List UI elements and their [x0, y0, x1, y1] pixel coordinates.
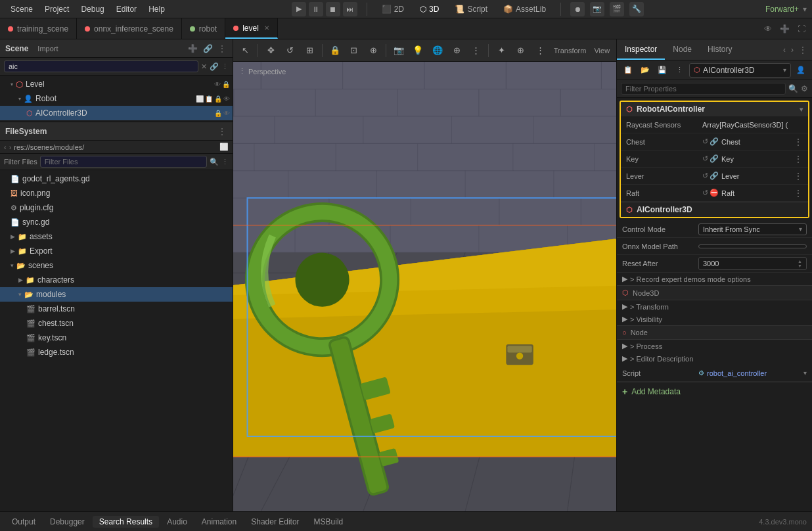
vp-options-icon[interactable]: ⋮: [468, 42, 484, 59]
menu-project[interactable]: Project: [39, 3, 74, 15]
mode-assetlib[interactable]: 📦 AssetLib: [498, 3, 551, 15]
prop-menu-icon[interactable]: ⋮: [794, 137, 803, 147]
fs-filter-options-icon[interactable]: ⋮: [221, 158, 229, 166]
robot-box-icon[interactable]: ⬜: [196, 95, 204, 103]
settings-button[interactable]: 🔧: [629, 2, 644, 16]
scene-menu-icon[interactable]: ⋮: [217, 43, 227, 55]
bottom-tab-msbuild[interactable]: MSBuild: [307, 516, 350, 528]
movie-button[interactable]: 🎬: [610, 2, 624, 16]
fs-item-icon-png[interactable]: 🖼 icon.png: [0, 186, 233, 200]
insp-open-icon[interactable]: 📂: [638, 63, 652, 78]
robot-eye-icon[interactable]: 👁: [223, 95, 230, 103]
robot-copy-icon[interactable]: 📋: [205, 95, 213, 103]
bottom-tab-debugger[interactable]: Debugger: [43, 516, 91, 528]
tree-item-robot[interactable]: ▾ 👤 Robot ⬜ 📋 🔒 👁: [0, 91, 233, 106]
renderer-dropdown-icon[interactable]: ▾: [803, 5, 807, 14]
scene-link-icon[interactable]: 🔗: [202, 43, 214, 55]
scene-search-clear-icon[interactable]: ✕: [201, 62, 207, 71]
node-selector[interactable]: ⬡ AIController3D ▾: [689, 63, 791, 78]
step-button[interactable]: ⏭: [343, 2, 357, 16]
scene-add-icon[interactable]: ➕: [187, 43, 199, 55]
prop-record-expert[interactable]: ▶ > Record expert demos mode options: [617, 273, 812, 285]
bottom-tab-output[interactable]: Output: [5, 516, 42, 528]
menu-editor[interactable]: Editor: [111, 3, 142, 15]
fs-item-modules[interactable]: ▾ 📂 modules: [0, 287, 233, 302]
vp-lock-icon[interactable]: 🔒: [327, 42, 343, 59]
play-button[interactable]: ▶: [292, 2, 306, 16]
viewport-canvas[interactable]: Y X Z ⋮ Perspective: [233, 62, 616, 511]
menu-debug[interactable]: Debug: [76, 3, 109, 15]
prop-reset-icon[interactable]: ↺: [702, 154, 708, 163]
inspector-forward-icon[interactable]: ›: [790, 44, 795, 56]
prop-menu-icon[interactable]: ⋮: [794, 189, 803, 198]
onnx-path-input[interactable]: [698, 244, 807, 248]
vp-rotate-tool[interactable]: ↺: [282, 42, 298, 59]
tab-inspector[interactable]: Inspector: [617, 39, 665, 60]
vp-light-icon[interactable]: 💡: [410, 42, 426, 59]
fs-item-export[interactable]: ▶ 📁 Export: [0, 244, 233, 258]
fs-item-scenes[interactable]: ▾ 📂 scenes: [0, 258, 233, 273]
camera-button[interactable]: 📷: [590, 2, 604, 16]
prop-menu-icon[interactable]: ⋮: [794, 154, 803, 164]
fs-item-chest[interactable]: 🎬 chest.tscn: [0, 316, 233, 331]
add-metadata-row[interactable]: + Add Metadata: [617, 382, 812, 401]
pause-button[interactable]: ⏸: [309, 2, 323, 16]
tree-item-aicontroller[interactable]: ⬡ AIController3D 🔒 👁: [0, 106, 233, 120]
vp-camera-icon[interactable]: 📷: [390, 42, 407, 59]
prop-link-icon[interactable]: 🔗: [710, 154, 719, 163]
script-name[interactable]: robot_ai_controller: [707, 369, 767, 377]
fs-forward-icon[interactable]: ›: [9, 143, 12, 151]
prop-reset-icon[interactable]: ↺: [702, 172, 708, 180]
fs-filter-search-icon[interactable]: 🔍: [210, 158, 219, 166]
prop-transform[interactable]: ▶ > Transform: [617, 300, 812, 313]
insp-save-icon[interactable]: 💾: [655, 63, 669, 78]
prop-broken-link-icon[interactable]: ⛔: [710, 189, 719, 197]
tab-onnx-inference[interactable]: onnx_inference_scene: [77, 18, 182, 39]
robot-ai-section-header[interactable]: ⬡ RobotAIController ▾: [621, 102, 808, 116]
number-up-icon[interactable]: ▲: [798, 259, 802, 264]
menu-scene[interactable]: Scene: [5, 3, 38, 15]
prop-reset-icon[interactable]: ↺: [702, 137, 708, 146]
fs-item-ledge[interactable]: 🎬 ledge.tscn: [0, 345, 233, 359]
view-label[interactable]: View: [591, 47, 612, 55]
prop-editor-desc[interactable]: ▶ > Editor Description: [617, 352, 812, 365]
prop-visibility[interactable]: ▶ > Visibility: [617, 313, 812, 325]
fs-item-characters[interactable]: ▶ 📁 characters: [0, 273, 233, 287]
inspector-menu-icon[interactable]: ⋮: [798, 44, 808, 56]
prop-link-icon[interactable]: 🔗: [710, 137, 719, 146]
tab-add-icon[interactable]: ➕: [777, 23, 792, 35]
tab-robot[interactable]: robot: [182, 18, 225, 39]
tab-training-scene[interactable]: training_scene: [0, 18, 77, 39]
number-down-icon[interactable]: ▼: [798, 264, 802, 268]
vp-grid-icon[interactable]: ⊡: [346, 42, 362, 59]
record-button[interactable]: ⏺: [570, 2, 585, 16]
menu-help[interactable]: Help: [143, 3, 170, 15]
tab-history[interactable]: History: [700, 39, 740, 60]
level-lock-icon[interactable]: 🔒: [222, 81, 230, 88]
filter-properties-input[interactable]: [621, 83, 786, 95]
bottom-tab-animation[interactable]: Animation: [195, 516, 243, 528]
prop-menu-icon[interactable]: ⋮: [794, 172, 803, 181]
filter-search-icon[interactable]: 🔍: [788, 84, 798, 93]
tab-level[interactable]: level ✕: [225, 18, 278, 39]
tab-expand-icon[interactable]: ⛶: [795, 23, 808, 35]
vp-more-icon[interactable]: ⋮: [531, 42, 548, 59]
fs-item-sync-gd[interactable]: 📄 sync.gd: [0, 215, 233, 229]
scene-search-filter-icon[interactable]: 🔗: [210, 62, 219, 71]
fs-filter-input[interactable]: [40, 156, 207, 168]
import-label[interactable]: Import: [37, 45, 58, 53]
vp-snap-icon[interactable]: ⊕: [365, 42, 382, 59]
node-section[interactable]: ○ Node: [617, 325, 812, 340]
prop-process[interactable]: ▶ > Process: [617, 340, 812, 352]
insp-history-icon[interactable]: 📋: [621, 63, 635, 78]
vp-add-icon[interactable]: ⊕: [512, 42, 529, 59]
vp-scale-tool[interactable]: ⊞: [301, 42, 317, 59]
tree-item-level[interactable]: ▾ ⬡ Level 👁 🔒: [0, 77, 233, 91]
mode-3d[interactable]: ⬡ 3D: [415, 3, 444, 15]
bottom-tab-search-results[interactable]: Search Results: [93, 516, 159, 528]
fs-item-plugin-cfg[interactable]: ⚙ plugin.cfg: [0, 200, 233, 215]
control-mode-dropdown[interactable]: Inherit From Sync ▾: [698, 223, 807, 235]
fs-item-godot-rl[interactable]: 📄 godot_rl_agents.gd: [0, 172, 233, 186]
fs-item-key[interactable]: 🎬 key.tscn: [0, 331, 233, 345]
mode-2d[interactable]: ⬛ 2D: [376, 3, 409, 15]
